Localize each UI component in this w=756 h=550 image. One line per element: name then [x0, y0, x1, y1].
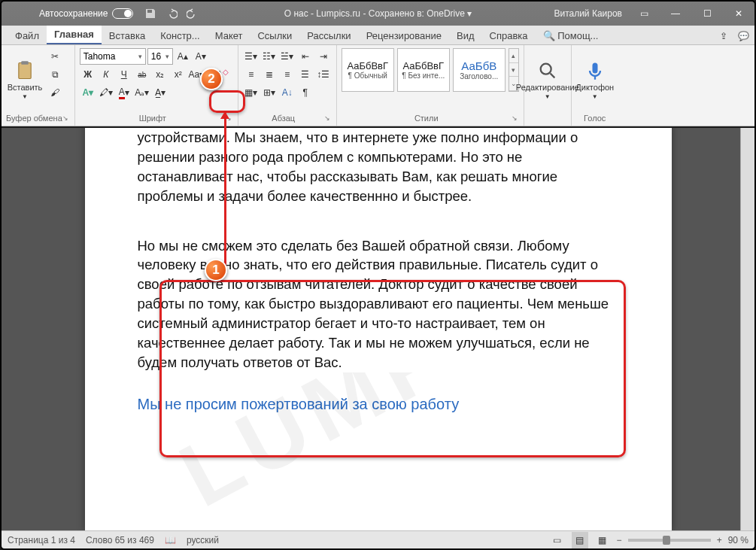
- zoom-level[interactable]: 90 %: [728, 535, 748, 545]
- bullets-icon[interactable]: ☰▾: [243, 48, 260, 65]
- sort-icon[interactable]: A↓: [279, 84, 296, 101]
- style-normal[interactable]: АаБбВвГ¶ Обычный: [342, 48, 394, 92]
- multilevel-icon[interactable]: ☱▾: [279, 48, 296, 65]
- italic-button[interactable]: К: [98, 66, 114, 83]
- status-page[interactable]: Страница 1 из 4: [8, 535, 75, 545]
- decrease-indent-icon[interactable]: ⇤: [297, 48, 314, 65]
- share-icon[interactable]: ⇪: [715, 28, 732, 44]
- zoom-in-icon[interactable]: +: [717, 535, 722, 545]
- user-name[interactable]: Виталий Каиров: [554, 8, 622, 19]
- maximize-icon[interactable]: ☐: [691, 2, 723, 26]
- save-icon[interactable]: [142, 5, 159, 22]
- minimize-icon[interactable]: —: [660, 2, 691, 26]
- page[interactable]: LUMPICS устройствами. Мы знаем, что в ин…: [85, 128, 672, 530]
- status-proofing-icon[interactable]: 📖: [165, 535, 176, 545]
- subscript-button[interactable]: x₂: [152, 66, 169, 83]
- font-size-combo[interactable]: 16▾: [147, 48, 173, 65]
- zoom-slider[interactable]: [628, 539, 711, 542]
- font-name-combo[interactable]: Tahoma▾: [80, 48, 146, 65]
- svg-rect-2: [21, 61, 28, 65]
- align-right-icon[interactable]: ≡: [279, 66, 296, 83]
- underline-button[interactable]: Ч: [116, 66, 132, 83]
- group-editing: Редактирование▼: [524, 45, 572, 126]
- callout-2: 2: [200, 68, 223, 90]
- undo-icon[interactable]: [163, 5, 180, 22]
- status-words[interactable]: Слово 65 из 469: [86, 535, 154, 545]
- paragraph-launcher-icon[interactable]: ↘: [324, 112, 330, 124]
- tab-review[interactable]: Рецензирование: [359, 27, 449, 44]
- svg-point-3: [540, 64, 551, 74]
- highlight-icon[interactable]: 🖍▾: [98, 84, 114, 101]
- font-color-icon[interactable]: A▾: [116, 84, 132, 101]
- view-web-icon[interactable]: ▦: [594, 532, 611, 548]
- tab-design[interactable]: Констр...: [153, 27, 208, 44]
- tab-references[interactable]: Ссылки: [250, 27, 299, 44]
- tab-help[interactable]: Справка: [482, 27, 536, 44]
- ribbon-tabs: Файл Главная Вставка Констр... Макет Ссы…: [2, 26, 754, 45]
- grow-font-icon[interactable]: A▴: [175, 48, 191, 65]
- bold-button[interactable]: Ж: [80, 66, 96, 83]
- autosave-label: Автосохранение: [39, 8, 108, 19]
- align-center-icon[interactable]: ≣: [261, 66, 278, 83]
- document-title: О нас - Lumpics.ru - Сохранено в: OneDri…: [284, 8, 472, 19]
- view-read-icon[interactable]: ▭: [549, 532, 566, 548]
- autosave-toggle[interactable]: [112, 8, 133, 19]
- superscript-button[interactable]: x²: [170, 66, 187, 83]
- group-styles: АаБбВвГ¶ Обычный АаБбВвГ¶ Без инте... Аа…: [337, 45, 524, 126]
- tab-mailing[interactable]: Рассылки: [299, 27, 358, 44]
- paragraph-1[interactable]: устройствами. Мы знаем, что в интернете …: [138, 128, 619, 206]
- svg-line-4: [550, 74, 554, 78]
- shading-icon[interactable]: ▦▾: [243, 84, 260, 101]
- text-effects-icon[interactable]: A▾: [80, 84, 96, 101]
- group-clipboard: Вставить ▼ ✂ ⧉ 🖌 Буфер обмена↘: [2, 45, 75, 126]
- cut-icon[interactable]: ✂: [47, 48, 63, 65]
- heading-2[interactable]: Мы не просим пожертвований за свою работ…: [138, 394, 619, 415]
- svg-rect-0: [147, 10, 152, 13]
- view-print-icon[interactable]: ▤: [572, 532, 588, 548]
- strike-button[interactable]: ab: [134, 66, 150, 83]
- svg-rect-1: [19, 63, 31, 79]
- callout-arrow: [224, 113, 226, 271]
- align-left-icon[interactable]: ≡: [243, 66, 260, 83]
- svg-rect-5: [592, 63, 597, 74]
- tab-tell-me[interactable]: 🔍 Помощ...: [536, 27, 606, 44]
- increase-indent-icon[interactable]: ⇥: [315, 48, 332, 65]
- callout-1: 1: [205, 259, 227, 281]
- character-shading-icon[interactable]: Aₐ▾: [134, 84, 150, 101]
- ribbon: Вставить ▼ ✂ ⧉ 🖌 Буфер обмена↘ Tahoma▾ 1…: [2, 45, 754, 126]
- tab-view[interactable]: Вид: [449, 27, 482, 44]
- document-area[interactable]: LUMPICS устройствами. Мы знаем, что в ин…: [2, 128, 754, 530]
- title-bar: Автосохранение О нас - Lumpics.ru - Сохр…: [2, 2, 754, 26]
- tab-file[interactable]: Файл: [8, 27, 47, 44]
- group-voice: Диктофон▼ Голос: [572, 45, 618, 126]
- format-painter-icon[interactable]: 🖌: [47, 84, 63, 101]
- redo-icon[interactable]: [184, 5, 201, 22]
- style-heading1[interactable]: АаБбВЗаголово...: [453, 48, 506, 92]
- status-language[interactable]: русский: [187, 535, 219, 545]
- enclose-icon[interactable]: A̲▾: [152, 84, 169, 101]
- style-no-spacing[interactable]: АаБбВвГ¶ Без инте...: [397, 48, 450, 92]
- borders-icon[interactable]: ⊞▾: [261, 84, 278, 101]
- tab-insert[interactable]: Вставка: [102, 27, 153, 44]
- numbering-icon[interactable]: ☷▾: [261, 48, 278, 65]
- tab-home[interactable]: Главная: [47, 26, 102, 44]
- paste-button[interactable]: Вставить ▼: [6, 48, 44, 112]
- tab-layout[interactable]: Макет: [208, 27, 250, 44]
- show-marks-icon[interactable]: ¶: [297, 84, 314, 101]
- line-spacing-icon[interactable]: ↕☰: [315, 66, 332, 83]
- group-paragraph: ☰▾ ☷▾ ☱▾ ⇤ ⇥ ≡ ≣ ≡ ☰ ↕☰ ▦▾ ⊞▾ A↓ ¶ Абзац…: [238, 45, 337, 126]
- copy-icon[interactable]: ⧉: [47, 66, 63, 83]
- close-icon[interactable]: ✕: [723, 2, 754, 26]
- comments-icon[interactable]: 💬: [735, 28, 751, 44]
- justify-icon[interactable]: ☰: [297, 66, 314, 83]
- paragraph-2-selected[interactable]: Но мы не сможем это сделать без Вашей об…: [138, 236, 619, 372]
- ribbon-options-icon[interactable]: ▭: [628, 2, 660, 26]
- styles-launcher-icon[interactable]: ↘: [512, 112, 518, 124]
- zoom-out-icon[interactable]: −: [617, 535, 622, 545]
- clipboard-launcher-icon[interactable]: ↘: [62, 112, 68, 124]
- status-bar: Страница 1 из 4 Слово 65 из 469 📖 русски…: [2, 530, 754, 548]
- shrink-font-icon[interactable]: A▾: [193, 48, 209, 65]
- dictate-button[interactable]: Диктофон▼: [576, 48, 614, 112]
- editing-button[interactable]: Редактирование▼: [529, 48, 566, 112]
